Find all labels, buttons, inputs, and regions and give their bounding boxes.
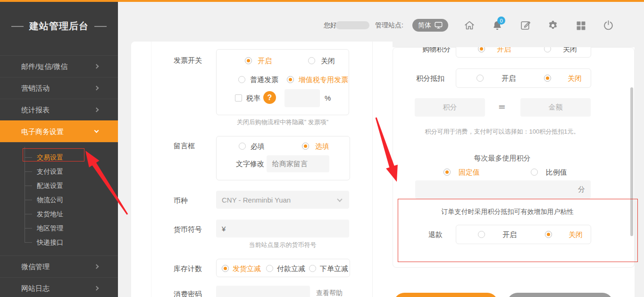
message-optional-radio[interactable] xyxy=(302,143,309,150)
points-input[interactable]: 积分 xyxy=(415,98,485,117)
points-deduct-off-label[interactable]: 关闭 xyxy=(568,74,582,83)
sidebar-subitem-payment-settings[interactable]: 支付设置 xyxy=(37,164,118,178)
max-points-title: 每次最多使用积分 xyxy=(393,154,612,163)
monitor-icon xyxy=(435,22,443,29)
inventory-pay-radio[interactable] xyxy=(266,265,273,272)
normal-invoice-label[interactable]: 普通发票 xyxy=(250,76,278,85)
chevron-right-icon xyxy=(94,108,99,112)
power-icon[interactable] xyxy=(602,19,614,31)
refund-on-radio[interactable] xyxy=(478,231,485,238)
language-label: 简体 xyxy=(418,21,431,30)
view-help-link[interactable]: 查看帮助 xyxy=(316,289,343,297)
tax-rate-checkbox[interactable] xyxy=(235,94,242,102)
equals-sign: ＝ xyxy=(497,100,507,114)
apps-grid-icon[interactable] xyxy=(575,20,586,31)
inventory-order-label[interactable]: 下单立减 xyxy=(320,264,348,273)
greeting-text: 您好 xyxy=(324,21,337,30)
vertical-scrollbar[interactable] xyxy=(630,87,633,236)
vat-invoice-radio[interactable] xyxy=(287,76,294,83)
title-dash-right xyxy=(94,26,107,27)
secondary-action-button[interactable] xyxy=(507,293,613,297)
home-icon[interactable] xyxy=(463,19,476,31)
gear-icon[interactable] xyxy=(547,20,559,31)
sidebar-subitem-delivery-settings[interactable]: 配送设置 xyxy=(37,178,118,193)
chevron-right-icon xyxy=(94,86,99,91)
invoice-on-radio[interactable] xyxy=(245,57,252,64)
admin-page: 建站管理后台 邮件/短信/微信 营销活动 统计报表 电子商务设置 交易 xyxy=(0,0,644,297)
currency-symbol-input[interactable]: ¥ xyxy=(216,220,349,238)
inventory-pay-label[interactable]: 付款立减 xyxy=(277,264,305,273)
vat-invoice-label[interactable]: 增值税专用发票 xyxy=(299,76,348,85)
fixed-value-label[interactable]: 固定值 xyxy=(459,168,480,177)
sidebar-item-marketing[interactable]: 营销活动 xyxy=(0,77,118,99)
primary-action-button[interactable] xyxy=(394,293,498,297)
column-divider xyxy=(372,42,373,297)
redacted-username xyxy=(335,21,369,29)
invoice-on-label[interactable]: 开启 xyxy=(258,57,272,66)
help-question-icon[interactable]: ? xyxy=(263,91,276,104)
chevron-right-icon xyxy=(94,286,99,291)
sidebar-item-label: 邮件/短信/微信 xyxy=(21,62,67,70)
chevron-down-icon xyxy=(94,128,99,133)
sidebar-item-label: 统计报表 xyxy=(21,106,50,114)
points-deduct-note: 订单支付时采用积分抵扣可有效增加用户粘性 xyxy=(398,208,617,216)
message-required-radio[interactable] xyxy=(239,143,246,150)
message-box-label: 留言框 xyxy=(174,142,195,151)
normal-invoice-radio[interactable] xyxy=(238,76,245,83)
notification-badge: 0 xyxy=(497,17,505,25)
sidebar-item-statistics[interactable]: 统计报表 xyxy=(0,99,118,120)
sidebar-subitem-express-api[interactable]: 快递接口 xyxy=(37,235,118,249)
sidebar-subitem-trade-settings[interactable]: 交易设置 xyxy=(37,150,118,164)
amount-input[interactable]: 金额 xyxy=(520,98,591,117)
sidebar-item-mail-sms-wechat[interactable]: 邮件/短信/微信 xyxy=(0,55,118,77)
currency-value: CNY - Renminbi Yuan xyxy=(222,196,291,204)
inventory-ship-label[interactable]: 发货立减 xyxy=(233,264,261,273)
refund-on-label[interactable]: 开启 xyxy=(502,230,517,239)
manage-site-label: 管理站点: xyxy=(375,21,403,30)
inventory-order-radio[interactable] xyxy=(309,265,316,272)
invoice-off-label[interactable]: 关闭 xyxy=(321,57,335,66)
percent-sign: % xyxy=(325,94,331,102)
chevron-down-icon xyxy=(337,196,342,202)
inner-left-divider xyxy=(151,42,151,297)
sidebar-item-ecommerce-settings[interactable]: 电子商务设置 xyxy=(0,120,118,142)
language-switch-button[interactable]: 简体 xyxy=(412,19,448,32)
points-deduct-label: 积分抵扣 xyxy=(416,74,444,83)
sidebar-item-site-logs[interactable]: 网站日志 xyxy=(0,277,118,297)
points-deduct-off-radio[interactable] xyxy=(544,75,551,82)
points-deduct-on-radio[interactable] xyxy=(477,75,484,82)
consume-password-input[interactable] xyxy=(216,286,310,297)
ecommerce-submenu: 交易设置 支付设置 配送设置 物流公司 发货地址 地区管理 快递接口 xyxy=(0,142,118,255)
sidebar-subitem-shipping-address[interactable]: 发货地址 xyxy=(37,207,118,221)
ratio-value-radio[interactable] xyxy=(531,169,538,176)
chevron-right-icon xyxy=(94,64,99,69)
message-required-label[interactable]: 必填 xyxy=(251,142,265,151)
sidebar-item-label: 网站日志 xyxy=(21,284,50,292)
app-title: 建站管理后台 xyxy=(29,20,89,33)
refund-label: 退款 xyxy=(428,230,443,239)
inventory-ship-radio[interactable] xyxy=(222,265,229,272)
ratio-value-label[interactable]: 比例值 xyxy=(546,168,567,177)
tax-rate-input[interactable] xyxy=(284,89,320,107)
max-points-input[interactable]: 分 xyxy=(415,180,591,199)
tax-rate-label[interactable]: 税率 xyxy=(246,94,260,103)
sidebar-title: 建站管理后台 xyxy=(0,20,118,33)
chevron-right-icon xyxy=(94,264,99,269)
refund-off-radio[interactable] xyxy=(545,231,552,238)
invoice-off-radio[interactable] xyxy=(308,57,315,64)
sidebar-item-label: 微信管理 xyxy=(21,263,50,271)
edit-icon[interactable] xyxy=(519,19,532,31)
points-switch-off-label[interactable]: 关闭 xyxy=(563,47,577,54)
invoice-hint: 关闭后购物流程中将隐藏” 发票项” xyxy=(216,118,349,127)
points-deduct-on-label[interactable]: 开启 xyxy=(502,74,516,83)
consume-password-label: 消费密码 xyxy=(174,290,202,297)
sidebar-subitem-region-management[interactable]: 地区管理 xyxy=(37,221,118,235)
refund-off-label[interactable]: 关闭 xyxy=(569,230,583,239)
message-text-input[interactable]: 给商家留言 xyxy=(267,155,329,172)
sidebar-subitem-logistics-company[interactable]: 物流公司 xyxy=(37,193,118,207)
fixed-value-radio[interactable] xyxy=(443,169,451,176)
sidebar-item-wechat-management[interactable]: 微信管理 xyxy=(0,255,118,277)
currency-select[interactable]: CNY - Renminbi Yuan xyxy=(216,191,349,209)
message-optional-label[interactable]: 选填 xyxy=(315,142,329,151)
points-switch-on-label[interactable]: 开启 xyxy=(497,47,511,54)
